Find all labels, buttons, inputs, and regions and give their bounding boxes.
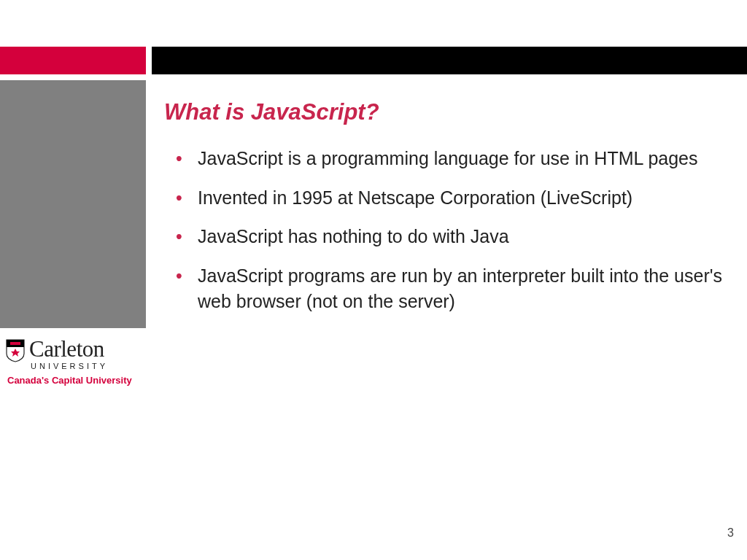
logo-text-column: Carleton UNIVERSITY bbox=[29, 338, 108, 370]
page-number: 3 bbox=[727, 526, 734, 540]
list-item: JavaScript programs are run by an interp… bbox=[173, 263, 726, 315]
list-item: Invented in 1995 at Netscape Corporation… bbox=[173, 185, 726, 211]
svg-rect-0 bbox=[10, 342, 20, 345]
sidebar-gray-block bbox=[0, 80, 146, 328]
header-bar-black-segment bbox=[152, 47, 747, 74]
list-item: JavaScript has nothing to do with Java bbox=[173, 224, 726, 250]
institution-logo-block: Carleton UNIVERSITY Canada's Capital Uni… bbox=[6, 338, 149, 386]
list-item: JavaScript is a programming language for… bbox=[173, 146, 726, 172]
institution-name: Carleton bbox=[29, 338, 108, 360]
slide-content: What is JavaScript? JavaScript is a prog… bbox=[164, 99, 726, 328]
header-bar bbox=[0, 47, 747, 74]
logo-row: Carleton UNIVERSITY bbox=[6, 338, 149, 370]
institution-subtext: UNIVERSITY bbox=[31, 362, 108, 370]
header-bar-red-segment bbox=[0, 47, 146, 74]
slide-title: What is JavaScript? bbox=[164, 99, 726, 125]
institution-tagline: Canada's Capital University bbox=[7, 375, 149, 386]
shield-icon bbox=[6, 339, 25, 362]
bullet-list: JavaScript is a programming language for… bbox=[164, 146, 726, 315]
